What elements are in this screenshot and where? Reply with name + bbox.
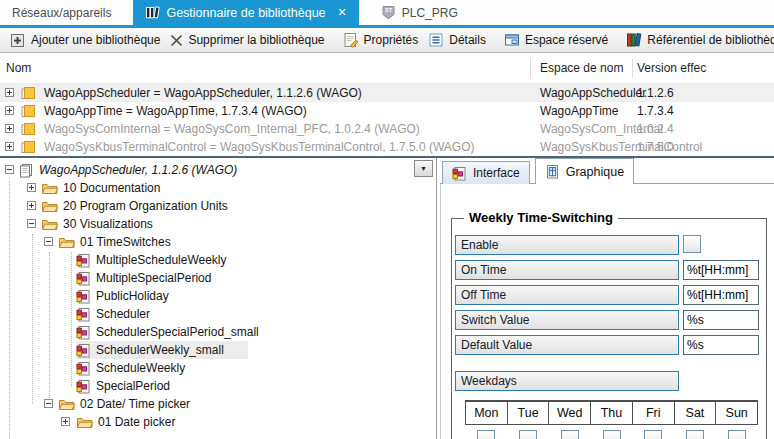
- tree-item-publicholiday[interactable]: PublicHoliday: [0, 287, 436, 305]
- add-plus-icon: [10, 32, 26, 48]
- expander-plus-icon[interactable]: [5, 106, 14, 115]
- library-row[interactable]: WagoAppTime = WagoAppTime, 1.7.3.4 (WAGO…: [0, 102, 774, 120]
- repository-icon: [626, 32, 642, 48]
- library-ref-icon: [18, 163, 34, 178]
- column-header-espace-de-nom[interactable]: Espace de nom: [540, 53, 623, 83]
- tree-item-multiplescheduleweekly[interactable]: MultipleScheduleWeekly: [0, 251, 436, 269]
- tree-item-content[interactable]: 30 Visualizations: [41, 215, 157, 233]
- folder-icon: [41, 181, 58, 195]
- library-yellow-icon: [21, 140, 36, 154]
- tree-item-content[interactable]: 02 Date/ Time picker: [58, 395, 194, 413]
- tree-item-content[interactable]: Scheduler: [76, 305, 154, 323]
- expander-minus-icon[interactable]: [44, 399, 53, 408]
- tree-item-content[interactable]: 01 Date picker: [76, 413, 179, 431]
- doc-tab-gestionnaire-de-biblioth-que[interactable]: Gestionnaire de bibliothèque✕: [133, 0, 358, 25]
- preview-value-box: %t[HH:mm]: [683, 260, 759, 280]
- visualization-icon: [76, 343, 91, 358]
- library-table-body: WagoAppScheduler = WagoAppScheduler, 1.1…: [0, 84, 774, 156]
- tree-item-wagoappscheduler-1-1-2-6-wago-[interactable]: WagoAppScheduler, 1.1.2.6 (WAGO): [0, 161, 436, 179]
- tree-item-multiplespecialperiod[interactable]: MultipleSpecialPeriod: [0, 269, 436, 287]
- detail-tab-interface[interactable]: Interface: [442, 161, 530, 184]
- library-row[interactable]: WagoAppScheduler = WagoAppScheduler, 1.1…: [0, 84, 774, 102]
- doc-tab-label: PLC_PRG: [402, 6, 458, 20]
- toolbar-button-repository[interactable]: Référentiel de bibliothèque: [621, 29, 774, 51]
- tree-item-specialperiod[interactable]: SpecialPeriod: [0, 377, 436, 395]
- visualization-icon: [76, 379, 91, 394]
- library-version: 1.0.2.4: [637, 120, 674, 138]
- tree-item-label: SchedulerSpecialPeriod_small: [96, 323, 259, 341]
- toolbar-button-details[interactable]: Détails: [423, 29, 491, 51]
- weekday-checkbox-tue: [519, 430, 537, 439]
- toolbar-button-add-plus[interactable]: Ajouter une bibliothèque: [5, 29, 165, 51]
- tree-item-content[interactable]: MultipleScheduleWeekly: [76, 251, 231, 269]
- visualization-icon: [452, 166, 467, 181]
- frame-doc-icon: [545, 164, 560, 179]
- tree-item-20-program-organization-units[interactable]: 20 Program Organization Units: [0, 197, 436, 215]
- expander-plus-icon[interactable]: [5, 142, 14, 151]
- column-separator[interactable]: [632, 58, 633, 78]
- doc-tab-r-seaux-appareils[interactable]: Réseaux/appareils: [0, 0, 123, 25]
- tree-item-01-timeswitches[interactable]: 01 TimeSwitches: [0, 233, 436, 251]
- preview-value-box: %s: [683, 335, 759, 355]
- library-row[interactable]: WagoSysKbusTerminalControl = WagoSysKbus…: [0, 138, 774, 156]
- tree-item-01-date-picker[interactable]: 01 Date picker: [0, 413, 436, 431]
- library-yellow-icon: [21, 86, 36, 100]
- tree-item-30-visualizations[interactable]: 30 Visualizations: [0, 215, 436, 233]
- tree-item-content[interactable]: 01 TimeSwitches: [58, 233, 175, 251]
- doc-tab-plc-prg[interactable]: STPLC_PRG: [369, 0, 470, 25]
- svg-text:ST: ST: [385, 7, 393, 13]
- column-header-version[interactable]: Version effec: [637, 53, 706, 83]
- tree-item-content[interactable]: SpecialPeriod: [76, 377, 174, 395]
- library-namespace: WagoAppTime: [540, 102, 618, 120]
- close-icon[interactable]: ✕: [338, 6, 347, 19]
- expander-plus-icon[interactable]: [5, 124, 14, 133]
- tree-item-label: PublicHoliday: [96, 287, 169, 305]
- visualization-icon: [76, 253, 91, 268]
- expander-plus-icon[interactable]: [27, 201, 36, 210]
- tree-item-schedulerweekly-small[interactable]: SchedulerWeekly_small: [0, 341, 436, 359]
- library-table: Nom Espace de nom Version effec WagoAppS…: [0, 53, 774, 156]
- library-row[interactable]: WagoSysComInternal = WagoSysCom_Internal…: [0, 120, 774, 138]
- expander-plus-icon[interactable]: [5, 88, 14, 97]
- weekday-checkbox-slot: [465, 425, 507, 439]
- library-yellow-icon: [21, 104, 36, 118]
- preview-value-box: %s: [683, 310, 759, 330]
- tree-item-10-documentation[interactable]: 10 Documentation: [0, 179, 436, 197]
- library-content-tree: WagoAppScheduler, 1.1.2.6 (WAGO)10 Docum…: [0, 158, 437, 439]
- tree-item-label: Scheduler: [96, 305, 150, 323]
- expander-minus-icon[interactable]: [44, 237, 53, 246]
- expander-minus-icon[interactable]: [27, 219, 36, 228]
- tree-item-content[interactable]: PublicHoliday: [76, 287, 173, 305]
- detail-tabbar: InterfaceGraphique: [442, 158, 634, 184]
- tree-dropdown-button[interactable]: ▼: [414, 160, 433, 177]
- tree-item-scheduler[interactable]: Scheduler: [0, 305, 436, 323]
- library-version: 1.7.3.4: [637, 102, 674, 120]
- tree-item-label: MultipleScheduleWeekly: [96, 251, 227, 269]
- tree-item-content[interactable]: ScheduleWeekly: [76, 359, 189, 377]
- library-toolbar: Ajouter une bibliothèqueSupprimer la bib…: [0, 28, 774, 53]
- tree-item-content[interactable]: 10 Documentation: [41, 179, 164, 197]
- tree-item-content[interactable]: MultipleSpecialPeriod: [76, 269, 215, 287]
- weekday-checkbox-slot: [549, 425, 591, 439]
- expander-plus-icon[interactable]: [61, 417, 70, 426]
- toolbar-button-delete-x[interactable]: Supprimer la bibliothèque: [165, 29, 329, 51]
- tree-item-schedulerspecialperiod-small[interactable]: SchedulerSpecialPeriod_small: [0, 323, 436, 341]
- detail-tab-graphique[interactable]: Graphique: [535, 158, 634, 184]
- weekday-header-table: MonTueWedThuFriSatSun: [465, 400, 758, 425]
- tree-item-content[interactable]: 20 Program Organization Units: [41, 197, 232, 215]
- tree-item-content[interactable]: WagoAppScheduler, 1.1.2.6 (WAGO): [18, 161, 241, 179]
- column-header-nom[interactable]: Nom: [6, 53, 31, 83]
- column-separator[interactable]: [530, 58, 531, 78]
- toolbar-button-placeholder[interactable]: Espace réservé: [499, 29, 613, 51]
- tree-item-content[interactable]: SchedulerSpecialPeriod_small: [76, 323, 263, 341]
- weekday-header-sat: Sat: [675, 402, 717, 424]
- tree-item-scheduleweekly[interactable]: ScheduleWeekly: [0, 359, 436, 377]
- weekday-checkbox-sun: [728, 430, 746, 439]
- groupbox-title: Weekly Time-Switching: [464, 210, 618, 225]
- tree-item-02-date-time-picker[interactable]: 02 Date/ Time picker: [0, 395, 436, 413]
- expander-plus-icon[interactable]: [27, 183, 36, 192]
- toolbar-button-properties[interactable]: Propriétés: [338, 29, 424, 51]
- expander-minus-icon[interactable]: [5, 165, 14, 174]
- tree-item-content[interactable]: SchedulerWeekly_small: [76, 341, 248, 359]
- weekday-checkbox-slot: [674, 425, 716, 439]
